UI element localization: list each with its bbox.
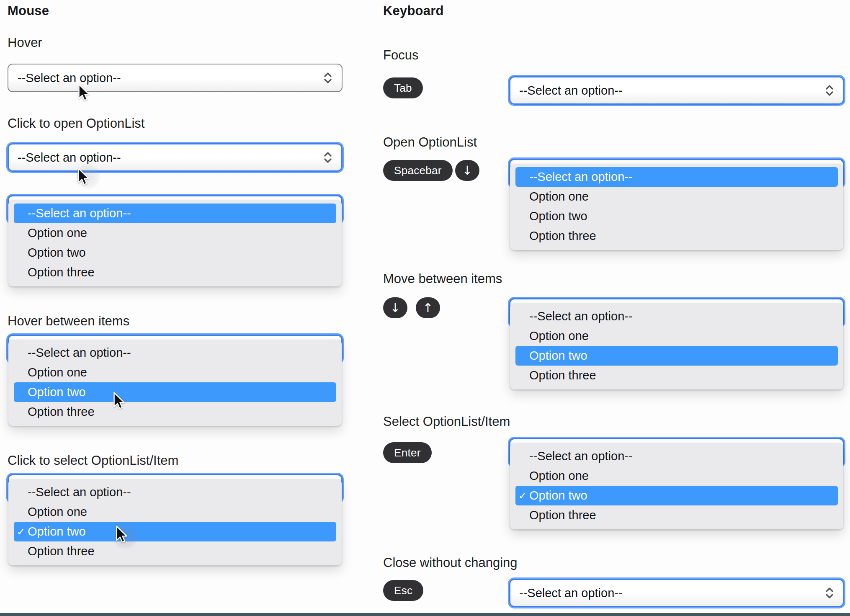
option-label: Option two	[28, 385, 86, 399]
optionlist-panel: --Select an option-- Option one ✓Option …	[8, 479, 342, 565]
option-label: Option two	[28, 246, 86, 260]
mouse-cursor-icon	[77, 168, 89, 186]
option-label: Option three	[529, 229, 596, 243]
option-item[interactable]: Option one	[8, 363, 342, 382]
option-label: --Select an option--	[529, 309, 633, 323]
option-item[interactable]: Option two	[510, 346, 843, 366]
option-item[interactable]: --Select an option--	[510, 446, 843, 466]
select-focus[interactable]: --Select an option--	[509, 76, 844, 105]
option-item[interactable]: --Select an option--	[510, 167, 843, 187]
next-section-divider	[0, 613, 850, 616]
optionlist-panel: --Select an option-- Option one ✓Option …	[510, 443, 843, 529]
key-badge-arrow-up: ↑	[416, 297, 440, 318]
hover-between-section-label: Hover between items	[8, 314, 129, 329]
key-badge-esc: Esc	[383, 580, 423, 601]
optionlist-panel: --Select an option-- Option one Option t…	[8, 200, 342, 286]
optionlist-mouse-hover: --Select an option-- Option one Option t…	[8, 335, 343, 427]
select-item-section-label: Select OptionList/Item	[383, 414, 510, 429]
option-label: Option two	[28, 525, 86, 539]
click-open-section-label: Click to open OptionList	[8, 116, 144, 131]
key-badge-enter: Enter	[383, 442, 432, 463]
hover-section-label: Hover	[8, 35, 42, 50]
option-label: Option one	[28, 366, 87, 379]
mouse-cursor-icon	[115, 526, 127, 543]
option-label: Option three	[28, 405, 95, 419]
option-item[interactable]: Option one	[510, 466, 843, 486]
option-label: Option two	[529, 489, 587, 503]
option-label: Option three	[28, 544, 95, 558]
option-label: Option one	[28, 505, 87, 519]
checkmark-icon: ✓	[518, 490, 527, 502]
option-label: Option two	[529, 209, 587, 223]
option-label: Option one	[529, 329, 589, 343]
option-label: --Select an option--	[529, 449, 633, 463]
option-label: Option three	[28, 265, 95, 279]
option-label: --Select an option--	[529, 170, 633, 184]
option-item[interactable]: Option three	[8, 541, 342, 561]
focus-section-label: Focus	[383, 48, 418, 63]
chevron-updown-icon	[323, 151, 332, 164]
select-value: --Select an option--	[18, 71, 121, 85]
option-item[interactable]: --Select an option--	[8, 482, 342, 502]
select-value: --Select an option--	[18, 151, 121, 165]
key-badge-tab: Tab	[383, 77, 423, 98]
chevron-updown-icon	[825, 587, 834, 599]
option-item[interactable]: Option three	[8, 263, 342, 282]
key-badge-arrow-down: ↓	[455, 160, 479, 181]
optionlist-keyboard-move: --Select an option-- Option one Option t…	[509, 298, 844, 390]
close-section-label: Close without changing	[383, 555, 518, 570]
mouse-cursor-icon	[112, 392, 125, 410]
key-badge-spacebar: Spacebar	[383, 160, 453, 181]
option-item[interactable]: Option one	[8, 502, 342, 522]
option-label: Option one	[529, 469, 589, 483]
optionlist-panel: --Select an option-- Option one Option t…	[8, 340, 342, 426]
keyboard-heading: Keyboard	[383, 3, 444, 18]
select-click-open[interactable]: --Select an option--	[8, 143, 343, 172]
optionlist-keyboard-select: --Select an option-- Option one ✓Option …	[509, 438, 844, 530]
option-label: Option one	[529, 190, 589, 204]
optionlist-panel: --Select an option-- Option one Option t…	[510, 164, 843, 250]
option-label: Option three	[529, 508, 596, 522]
option-item[interactable]: Option two	[510, 206, 843, 226]
checkmark-icon: ✓	[17, 526, 25, 538]
optionlist-keyboard-open: --Select an option-- Option one Option t…	[509, 159, 844, 251]
select-hover[interactable]: --Select an option--	[8, 64, 343, 92]
optionlist-panel: --Select an option-- Option one Option t…	[510, 303, 843, 389]
option-item[interactable]: --Select an option--	[8, 343, 342, 363]
option-item[interactable]: --Select an option--	[8, 204, 342, 223]
option-item[interactable]: Option three	[8, 402, 342, 422]
open-section-label: Open OptionList	[383, 135, 477, 150]
chevron-updown-icon	[323, 72, 332, 84]
option-item[interactable]: Option two	[8, 243, 342, 263]
option-item[interactable]: Option three	[510, 366, 843, 385]
option-item[interactable]: Option one	[8, 223, 342, 243]
option-item[interactable]: Option three	[510, 226, 843, 246]
option-label: --Select an option--	[28, 485, 131, 499]
optionlist-mouse-select: --Select an option-- Option one ✓Option …	[8, 474, 343, 566]
option-item[interactable]: Option two	[8, 382, 342, 402]
option-label: --Select an option--	[28, 206, 131, 220]
select-value: --Select an option--	[519, 84, 623, 98]
option-item[interactable]: Option one	[510, 326, 843, 346]
mouse-heading: Mouse	[8, 3, 49, 18]
option-label: Option one	[28, 226, 87, 240]
move-section-label: Move between items	[383, 271, 502, 286]
option-item-selected[interactable]: ✓Option two	[8, 522, 342, 541]
option-label: Option two	[529, 349, 587, 363]
select-value: --Select an option--	[519, 586, 623, 600]
select-close[interactable]: --Select an option--	[509, 579, 844, 607]
optionlist-mouse-open: --Select an option-- Option one Option t…	[8, 195, 343, 287]
option-label: Option three	[529, 369, 596, 382]
option-item[interactable]: Option three	[510, 505, 843, 525]
option-item-selected[interactable]: ✓Option two	[510, 486, 843, 505]
mouse-cursor-icon	[77, 84, 90, 101]
option-label: --Select an option--	[28, 346, 131, 360]
click-select-section-label: Click to select OptionList/Item	[8, 453, 178, 468]
option-item[interactable]: --Select an option--	[510, 307, 843, 326]
option-item[interactable]: Option one	[510, 187, 843, 206]
chevron-updown-icon	[825, 84, 834, 97]
key-badge-arrow-down: ↓	[383, 297, 407, 318]
